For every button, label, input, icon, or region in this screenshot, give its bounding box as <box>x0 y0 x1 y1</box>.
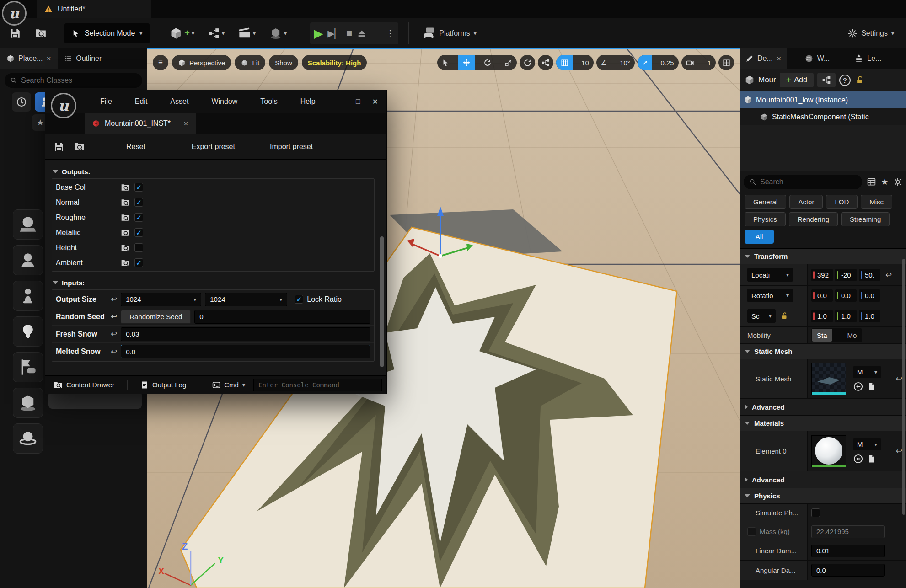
move-tool-button[interactable] <box>458 55 475 70</box>
filter-physics[interactable]: Physics <box>745 212 786 226</box>
rotation-x-field[interactable]: 0.0 <box>811 289 833 302</box>
console-command-input[interactable] <box>258 381 377 389</box>
output-size-x-dropdown[interactable]: 1024 ▾ <box>121 293 201 306</box>
stop-button[interactable]: ■ <box>346 27 352 39</box>
transform-section-header[interactable]: Transform <box>740 249 906 264</box>
browse-content-button[interactable] <box>32 25 49 42</box>
gameplay-category-button[interactable] <box>13 352 43 382</box>
project-settings-dropdown[interactable]: ▾ <box>267 24 289 43</box>
perspective-dropdown[interactable]: Perspective <box>172 55 231 70</box>
roughness-checkbox[interactable] <box>134 213 143 222</box>
randomize-seed-button[interactable]: Randomize Seed <box>121 310 191 324</box>
menu-file[interactable]: File <box>98 95 114 108</box>
platforms-dropdown[interactable]: Platforms ▾ <box>419 24 479 43</box>
output-log-button[interactable]: Output Log <box>137 381 190 389</box>
add-actor-dropdown[interactable]: + ▾ <box>167 24 197 43</box>
static-mesh-section-header[interactable]: Static Mesh <box>740 344 906 359</box>
geometry-category-button[interactable] <box>13 388 43 418</box>
material-asset-dropdown[interactable]: M ▾ <box>853 438 881 450</box>
reset-to-default-icon[interactable]: ↩ <box>896 446 902 456</box>
volumes-category-button[interactable] <box>13 423 43 454</box>
characters-category-button[interactable] <box>13 245 43 275</box>
scale-tool-button[interactable] <box>500 55 517 70</box>
filter-actor[interactable]: Actor <box>789 195 823 209</box>
output-size-y-dropdown[interactable]: 1024 ▾ <box>205 293 287 306</box>
tab-details[interactable]: De... ✕ <box>740 48 787 69</box>
browse-icon[interactable] <box>121 243 130 252</box>
import-preset-button[interactable]: Import preset <box>260 143 323 151</box>
tab-place-actors[interactable]: Place... ✕ <box>0 48 58 69</box>
filter-general[interactable]: General <box>745 195 786 209</box>
view-mode-dropdown[interactable]: Lit <box>235 55 265 70</box>
world-local-toggle[interactable] <box>520 55 535 70</box>
settings-gear-icon[interactable] <box>893 177 902 187</box>
maximize-viewport-button[interactable] <box>718 55 734 70</box>
unreal-logo[interactable]: u <box>2 1 27 26</box>
material-thumbnail[interactable] <box>811 435 846 467</box>
browse-to-asset-icon[interactable] <box>867 382 876 391</box>
location-y-field[interactable]: -20 <box>835 269 857 281</box>
angular-damping-field[interactable]: 0.0 <box>811 564 885 577</box>
reset-to-default-icon[interactable]: ↩ <box>111 347 117 357</box>
rotate-tool-button[interactable] <box>479 55 496 70</box>
search-classes-box[interactable] <box>5 73 142 88</box>
filter-lod[interactable]: LOD <box>826 195 858 209</box>
console-command-box[interactable] <box>253 379 382 391</box>
close-button[interactable]: ✕ <box>372 97 378 106</box>
edit-blueprint-button[interactable] <box>817 73 836 87</box>
play-button[interactable]: ▶ <box>314 27 323 39</box>
scale-dropdown[interactable]: Sc ▾ <box>747 309 776 323</box>
outputs-section-header[interactable]: Outputs: <box>53 168 375 176</box>
close-icon[interactable]: ✕ <box>183 120 188 127</box>
ambient-checkbox[interactable] <box>134 258 143 267</box>
browse-icon[interactable] <box>121 213 130 222</box>
static-mesh-advanced-row[interactable]: Advanced <box>740 399 906 416</box>
angle-icon[interactable]: ∠ <box>596 55 611 70</box>
location-z-field[interactable]: 50. <box>859 269 880 281</box>
scalability-button[interactable]: Scalability: High <box>302 55 367 70</box>
reset-to-default-icon[interactable]: ↩ <box>111 312 117 321</box>
surface-snap-button[interactable] <box>538 55 553 70</box>
lock-ratio-checkbox[interactable] <box>295 295 303 304</box>
location-dropdown[interactable]: Locati ▾ <box>747 268 793 282</box>
filter-rendering[interactable]: Rendering <box>789 212 838 226</box>
add-component-button[interactable]: + Add <box>780 73 814 87</box>
reset-to-default-icon[interactable]: ↩ <box>111 294 117 304</box>
save-button[interactable] <box>6 25 24 42</box>
materials-section-header[interactable]: Materials <box>740 416 906 431</box>
filter-all[interactable]: All <box>745 230 774 244</box>
scale-lock-icon[interactable] <box>780 312 788 320</box>
height-checkbox[interactable] <box>134 243 143 252</box>
settings-dropdown[interactable]: Settings ▾ <box>845 26 897 41</box>
shapes-category-button[interactable] <box>13 209 43 240</box>
mass-override-checkbox[interactable] <box>747 527 756 536</box>
random-seed-input[interactable] <box>199 313 365 321</box>
browse-icon[interactable] <box>121 183 130 192</box>
asset-tab[interactable]: Mountain001_INST* ✕ <box>85 113 196 134</box>
linear-damping-field[interactable]: 0.01 <box>811 545 885 557</box>
browse-to-asset-icon[interactable] <box>867 454 876 463</box>
tree-row-component[interactable]: StaticMeshComponent (Static <box>740 108 906 125</box>
filter-misc[interactable]: Misc <box>861 195 892 209</box>
mobility-static[interactable]: Sta <box>812 329 832 342</box>
grid-snap-toggle[interactable] <box>556 55 573 70</box>
filter-streaming[interactable]: Streaming <box>841 212 890 226</box>
lights-category-button[interactable] <box>13 316 43 347</box>
normal-checkbox[interactable] <box>134 198 143 207</box>
details-scrollbar-thumb[interactable] <box>902 259 905 515</box>
rotation-dropdown[interactable]: Rotatio ▾ <box>747 289 793 302</box>
browse-icon[interactable] <box>121 258 130 267</box>
reset-to-default-icon[interactable]: ↩ <box>885 270 892 280</box>
favorites-star-icon[interactable]: ★ <box>881 176 889 187</box>
scale-snap-toggle[interactable]: ↗ <box>638 55 653 70</box>
cinematics-dropdown[interactable]: ▾ <box>236 24 258 43</box>
tab-outliner[interactable]: Outliner <box>58 48 108 69</box>
camera-icon[interactable] <box>681 55 699 70</box>
scale-y-field[interactable]: 1.0 <box>835 310 857 322</box>
display-options-icon[interactable] <box>867 177 876 187</box>
reset-button[interactable]: Reset <box>116 143 155 151</box>
use-selected-asset-icon[interactable] <box>853 381 863 392</box>
browse-icon[interactable] <box>121 198 130 207</box>
content-drawer-button[interactable]: Content Drawer <box>50 380 118 390</box>
camera-speed-value[interactable]: 1 <box>703 55 716 70</box>
